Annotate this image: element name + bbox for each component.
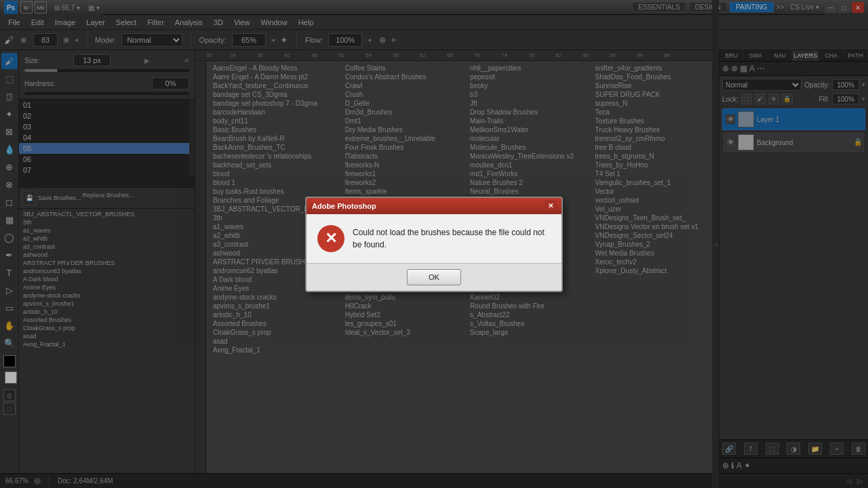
error-x-icon: ✕ xyxy=(325,230,337,247)
dialog-title: Adobe Photoshop xyxy=(312,202,376,210)
dialog-ok-btn[interactable]: OK xyxy=(407,269,461,285)
dialog-message-text: Could not load the brushes because the f… xyxy=(353,226,551,251)
error-dialog: Adobe Photoshop ✕ ✕ Could not load the b… xyxy=(305,197,563,292)
dialog-error-icon: ✕ xyxy=(317,225,344,252)
dialog-close-btn[interactable]: ✕ xyxy=(545,201,556,211)
dialog-titlebar: Adobe Photoshop ✕ xyxy=(307,198,561,214)
dialog-overlay[interactable]: Adobe Photoshop ✕ ✕ Could not load the b… xyxy=(0,0,868,488)
dialog-footer: OK xyxy=(307,263,561,291)
dialog-body: ✕ Could not load the brushes because the… xyxy=(307,214,561,263)
